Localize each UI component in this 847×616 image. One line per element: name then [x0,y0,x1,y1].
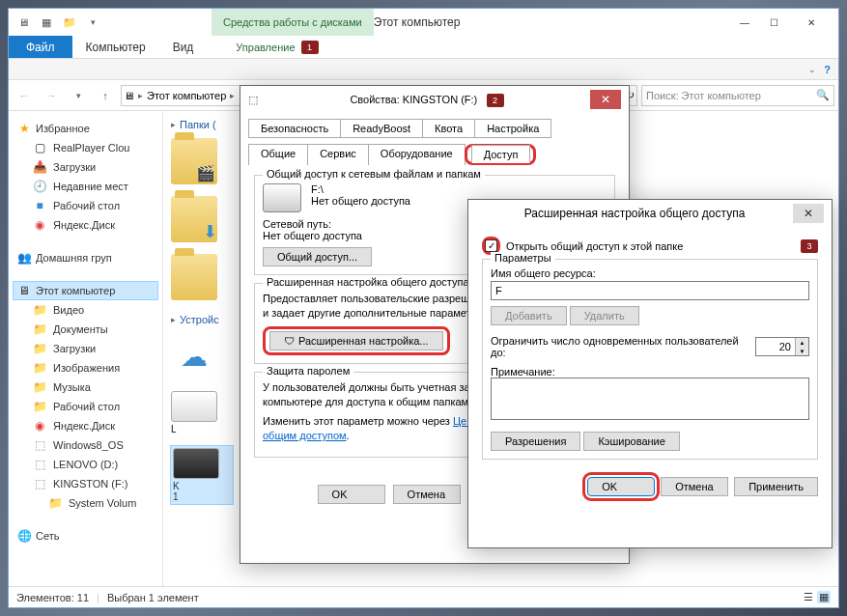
cancel-button[interactable]: Отмена [661,477,728,496]
dialog-close-button[interactable]: ✕ [590,90,621,109]
cancel-button[interactable]: Отмена [393,485,461,504]
minimize-button[interactable]: — [730,13,759,32]
add-button[interactable]: Добавить [491,306,567,325]
search-icon: 🔍 [816,89,830,101]
advanced-sharing-dialog: Расширенная настройка общего доступа ✕ ✓… [467,199,833,548]
nav-item[interactable]: ◉Яндекс.Диск [13,416,158,435]
up-button[interactable]: ↑ [94,84,117,107]
tabs-row-2: Общие Сервис Оборудование Доступ [240,138,629,165]
titlebar: 🖥 ▦ 📁 ▾ Средства работы с дисками Этот к… [9,9,838,36]
limit-spinner[interactable]: ▲▼ [755,337,809,356]
dialog-title: Свойства: KINGSTON (F:) [350,94,477,105]
drive-path: F:\ [311,183,410,195]
tab-security[interactable]: Безопасность [248,119,341,138]
qat-props-icon[interactable]: ▦ [36,12,57,33]
tab-sharing[interactable]: Доступ [471,145,531,163]
status-count: Элементов: 11 [16,592,89,603]
nav-item[interactable]: 📁Изображения [13,358,158,378]
group-title: Общий доступ к сетевым файлам и папкам [263,168,485,180]
qat-dropdown-icon[interactable]: ▾ [82,12,103,33]
folder-tile[interactable] [171,254,233,300]
network-path-value: Нет общего доступа [263,230,362,241]
sharing-button[interactable]: Общий доступ... [263,247,372,266]
tab-tools[interactable]: Сервис [307,144,369,165]
ok-button[interactable]: OK [318,485,385,504]
search-input[interactable]: Поиск: Этот компьютер 🔍 [641,85,834,106]
tab-readyboost[interactable]: ReadyBoost [340,119,423,138]
tab-manage[interactable]: Управление1 [222,36,331,58]
dialog-close-button[interactable]: ✕ [793,204,824,223]
shield-icon: 🛡 [284,335,295,347]
nav-item[interactable]: 📁Музыка [13,378,158,397]
drive-tile-kingston[interactable]: K1 [171,446,233,504]
nav-item[interactable]: ■Рабочий стол [13,196,158,215]
back-button[interactable]: ← [13,84,36,107]
view-details-icon[interactable]: ☰ [804,591,813,603]
checkbox-label: Открыть общий доступ к этой папке [506,240,683,252]
remove-button[interactable]: Удалить [570,306,639,325]
nav-item[interactable]: 📁Документы [13,320,158,339]
nav-item[interactable]: ▢RealPlayer Clou [13,138,158,157]
share-status: Нет общего доступа [311,195,410,207]
apply-button[interactable]: Применить [734,477,818,496]
advanced-sharing-button[interactable]: 🛡Расширенная настройка... [269,331,443,350]
share-name-input[interactable] [491,281,809,300]
recent-dropdown[interactable]: ▾ [67,84,90,107]
drive-icon-large [263,183,301,212]
group-title: Расширенная настройка общего доступа [263,276,473,288]
close-button[interactable]: ✕ [788,13,834,32]
tab-general[interactable]: Общие [248,144,308,165]
share-checkbox[interactable]: ✓ [485,239,497,252]
caching-button[interactable]: Кэширование [583,432,679,451]
highlight-sharing-tab: Доступ [465,144,537,165]
breadcrumb-root[interactable]: Этот компьютер [147,90,226,101]
tab-quota[interactable]: Квота [422,119,475,138]
nav-item-kingston[interactable]: ⬚KINGSTON (F:) [13,474,158,493]
share-name-label: Имя общего ресурса: [491,267,809,279]
tab-view[interactable]: Вид [159,36,208,58]
tab-computer[interactable]: Компьютер [72,36,159,58]
limit-input[interactable] [756,341,795,352]
folder-tile[interactable]: ⬇ [171,196,233,242]
nav-item[interactable]: ⬚LENOVO (D:) [13,455,158,474]
nav-favorites-header[interactable]: ★Избранное [13,119,158,138]
ribbon-expand-icon[interactable]: ⌄ [808,65,816,74]
file-tab[interactable]: Файл [9,36,72,58]
dialog-titlebar: ⬚ Свойства: KINGSTON (F:) 2 ✕ [240,86,629,113]
nav-item[interactable]: 📁Видео [13,300,158,320]
badge-1: 1 [301,41,319,54]
ok-button[interactable]: OK [587,477,655,496]
quick-access-toolbar: 🖥 ▦ 📁 ▾ [13,12,103,33]
dialog-titlebar: Расширенная настройка общего доступа ✕ [468,200,832,227]
maximize-button[interactable]: ☐ [759,13,788,32]
nav-item[interactable]: ◉Яндекс.Диск [13,215,158,235]
nav-homegroup[interactable]: 👥Домашняя груп [13,248,158,267]
nav-item[interactable]: 📁System Volum [13,493,158,513]
qat-newfolder-icon[interactable]: 📁 [59,12,80,33]
group-params: Параметры Имя общего ресурса: Добавить У… [482,259,818,460]
nav-item[interactable]: ⬚Windows8_OS [13,435,158,455]
nav-item[interactable]: 📁Загрузки [13,339,158,358]
tabs-row-1: Безопасность ReadyBoost Квота Настройка [240,113,629,138]
tab-hardware[interactable]: Оборудование [368,144,466,165]
drive-tile[interactable]: ☁ [171,333,233,379]
nav-network[interactable]: 🌐Сеть [13,526,158,546]
spin-down-icon[interactable]: ▼ [795,347,808,355]
nav-item[interactable]: 🕘Недавние мест [13,177,158,196]
drive-tile[interactable]: L [171,391,233,434]
nav-this-pc[interactable]: 🖥Этот компьютер [13,281,158,300]
forward-button[interactable]: → [40,84,63,107]
comment-textarea[interactable] [491,378,809,420]
badge-2: 2 [487,94,504,107]
network-path-label: Сетевой путь: [263,218,362,230]
nav-item[interactable]: 📁Рабочий стол [13,397,158,416]
group-title: Защита паролем [263,365,353,377]
help-icon[interactable]: ? [824,64,831,75]
folder-tile[interactable]: 🎬 [171,138,233,184]
permissions-button[interactable]: Разрешения [491,432,580,451]
tab-customize[interactable]: Настройка [474,119,551,138]
view-tiles-icon[interactable]: ▦ [817,591,831,603]
nav-item[interactable]: 📥Загрузки [13,157,158,177]
spin-up-icon[interactable]: ▲ [795,338,808,347]
nav-pane: ★Избранное ▢RealPlayer Clou 📥Загрузки 🕘Н… [9,111,163,586]
